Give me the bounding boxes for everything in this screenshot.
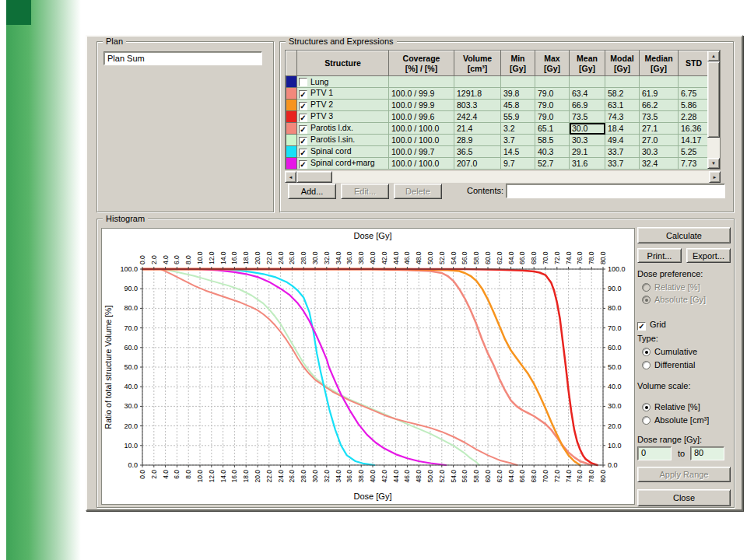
column-header[interactable]: Min[Gy] <box>501 51 535 76</box>
value-cell[interactable]: 27.1 <box>640 123 679 135</box>
value-cell[interactable]: 33.7 <box>605 146 640 158</box>
value-cell[interactable]: 65.1 <box>535 123 570 135</box>
structure-visibility-checkbox[interactable]: ✓ <box>299 160 307 169</box>
value-cell[interactable]: 100.0 / 100.0 <box>389 123 454 135</box>
horizontal-scroll-track[interactable] <box>332 171 709 183</box>
value-cell[interactable]: 100.0 / 99.7 <box>389 146 454 158</box>
radio-icon[interactable] <box>642 403 651 411</box>
radio-cumulative[interactable]: Cumulative <box>642 347 697 357</box>
structure-visibility-checkbox[interactable]: ✓ <box>299 102 307 110</box>
structure-visibility-checkbox[interactable]: ✓ <box>299 125 307 134</box>
value-cell[interactable]: 61.9 <box>640 88 679 100</box>
column-header[interactable]: Structure <box>297 51 389 76</box>
value-cell[interactable]: 30.3 <box>640 146 679 158</box>
calculate-button[interactable]: Calculate <box>637 227 731 243</box>
structure-visibility-checkbox[interactable]: ✓ <box>299 90 307 99</box>
value-cell[interactable]: 79.0 <box>535 100 570 111</box>
horizontal-scrollbar[interactable]: ◄ ► <box>285 171 721 183</box>
value-cell[interactable]: 49.4 <box>605 135 640 146</box>
add-button[interactable]: Add... <box>288 184 336 199</box>
value-cell[interactable]: 52.7 <box>535 158 570 170</box>
grid-checkbox-row[interactable]: ✓Grid <box>637 320 666 330</box>
value-cell[interactable] <box>605 76 640 88</box>
structure-row[interactable]: ✓PTV 3100.0 / 99.6242.455.979.073.574.37… <box>286 111 710 123</box>
value-cell[interactable]: 31.6 <box>570 158 605 170</box>
value-cell[interactable]: 7.73 <box>679 158 710 170</box>
value-cell[interactable]: 79.0 <box>535 88 570 100</box>
value-cell[interactable]: 3.7 <box>501 135 535 146</box>
horizontal-scroll-thumb[interactable] <box>296 171 332 183</box>
value-cell[interactable]: 39.8 <box>501 88 535 100</box>
structure-name-cell[interactable]: ✓Parotis l.dx. <box>297 123 389 135</box>
radio-icon[interactable] <box>642 296 651 304</box>
column-header[interactable]: Max[Gy] <box>535 51 570 76</box>
value-cell[interactable]: 100.0 / 99.9 <box>389 100 454 111</box>
structure-visibility-checkbox[interactable]: ✓ <box>299 149 307 157</box>
value-cell[interactable]: 32.4 <box>640 158 679 170</box>
value-cell[interactable]: 63.1 <box>605 100 640 111</box>
structure-row[interactable]: ✓PTV 1100.0 / 99.91291.839.879.063.458.2… <box>286 88 710 100</box>
structure-visibility-checkbox[interactable]: ✓ <box>299 114 307 122</box>
contents-field[interactable] <box>506 184 725 198</box>
column-header[interactable]: Coverage[%] / [%] <box>389 51 454 76</box>
value-cell[interactable] <box>535 76 570 88</box>
value-cell[interactable]: 28.9 <box>454 135 501 146</box>
grid-checkbox[interactable]: ✓ <box>637 322 646 331</box>
value-cell[interactable] <box>501 76 535 88</box>
value-cell[interactable]: 36.5 <box>454 146 501 158</box>
structure-visibility-checkbox[interactable] <box>299 78 307 86</box>
value-cell[interactable] <box>570 76 605 88</box>
radio-volume-absolute[interactable]: Absolute [cm³] <box>642 415 709 425</box>
scroll-up-icon[interactable]: ▲ <box>707 51 720 61</box>
value-cell[interactable]: 58.2 <box>605 88 640 100</box>
value-cell[interactable]: 66.9 <box>570 100 605 111</box>
value-cell[interactable]: 6.75 <box>679 88 710 100</box>
structure-row[interactable]: Lung <box>286 76 710 88</box>
value-cell[interactable]: 29.1 <box>570 146 605 158</box>
value-cell[interactable]: 63.4 <box>570 88 605 100</box>
radio-icon[interactable] <box>642 283 651 292</box>
value-cell[interactable]: 55.9 <box>501 111 535 123</box>
structure-name-cell[interactable]: ✓Parotis l.sin. <box>297 135 389 146</box>
scroll-down-icon[interactable]: ▼ <box>707 158 720 169</box>
vertical-scrollbar[interactable]: ▲ ▼ <box>707 51 720 169</box>
structure-row[interactable]: ✓PTV 2100.0 / 99.9803.345.879.066.963.16… <box>286 100 710 111</box>
radio-icon[interactable] <box>642 416 651 425</box>
value-cell[interactable]: 16.36 <box>679 123 710 135</box>
radio-differential[interactable]: Differential <box>642 360 695 370</box>
value-cell[interactable]: 100.0 / 99.6 <box>389 111 454 123</box>
column-header[interactable]: Volume[cm³] <box>454 51 501 76</box>
structure-visibility-checkbox[interactable]: ✓ <box>299 137 307 145</box>
value-cell[interactable]: 58.5 <box>535 135 570 146</box>
print-button[interactable]: Print... <box>637 248 682 263</box>
value-cell[interactable]: 21.4 <box>454 123 501 135</box>
structure-name-cell[interactable]: Lung <box>297 76 389 88</box>
value-cell[interactable]: 100.0 / 100.0 <box>389 158 454 170</box>
value-cell[interactable]: 14.5 <box>501 146 535 158</box>
value-cell[interactable] <box>679 76 710 88</box>
value-cell[interactable]: 100.0 / 99.9 <box>389 88 454 100</box>
column-header[interactable]: Modal[Gy] <box>605 51 640 76</box>
value-cell[interactable]: 33.7 <box>605 158 640 170</box>
value-cell[interactable]: 5.25 <box>679 146 710 158</box>
value-cell[interactable]: 803.3 <box>454 100 501 111</box>
value-cell[interactable]: 207.0 <box>454 158 501 170</box>
value-cell[interactable]: 45.8 <box>501 100 535 111</box>
value-cell[interactable]: 2.28 <box>679 111 710 123</box>
dose-range-from-field[interactable]: 0 <box>637 446 672 460</box>
value-cell[interactable]: 14.17 <box>679 135 710 146</box>
dose-range-to-field[interactable]: 80 <box>690 446 724 460</box>
structure-row[interactable]: ✓Spinal cord+marg100.0 / 100.0207.09.752… <box>286 158 710 170</box>
radio-dose-absolute[interactable]: Absolute [Gy] <box>642 295 706 305</box>
export-button[interactable]: Export... <box>686 248 731 263</box>
delete-button[interactable]: Delete <box>394 184 442 199</box>
radio-icon[interactable] <box>642 361 651 369</box>
radio-volume-relative[interactable]: Relative [%] <box>642 402 700 412</box>
structure-name-cell[interactable]: ✓Spinal cord <box>297 146 389 158</box>
value-cell[interactable]: 18.4 <box>605 123 640 135</box>
value-cell[interactable]: 100.0 / 100.0 <box>389 135 454 146</box>
close-button[interactable]: Close <box>637 489 731 506</box>
structure-name-cell[interactable]: ✓Spinal cord+marg <box>297 158 389 170</box>
value-cell[interactable]: 9.7 <box>501 158 535 170</box>
value-cell[interactable]: 79.0 <box>535 111 570 123</box>
